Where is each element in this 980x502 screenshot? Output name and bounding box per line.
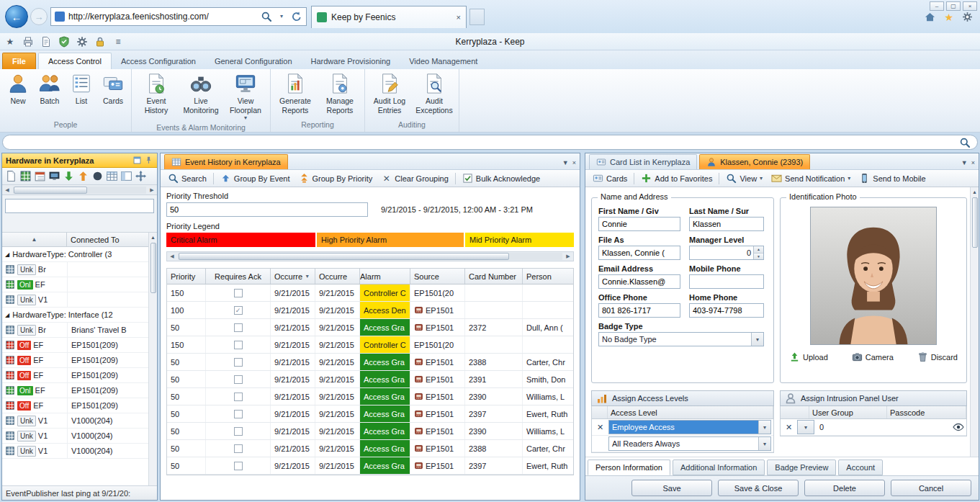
global-search-input[interactable] bbox=[9, 138, 955, 147]
user-group-column-header[interactable]: User Group bbox=[809, 406, 887, 418]
ribbon-button-manage-reports[interactable]: Manage Reports bbox=[318, 71, 362, 115]
tab-event-history[interactable]: Event History in Kerryplaza bbox=[164, 154, 288, 169]
hardware-group-row[interactable]: ◢HardwareType: Controller (3 bbox=[2, 247, 148, 262]
new-tab-button[interactable] bbox=[469, 9, 485, 25]
email-input[interactable] bbox=[598, 274, 680, 289]
minimize-button[interactable]: – bbox=[930, 1, 944, 11]
ribbon-tab-access-configuration[interactable]: Access Configuration bbox=[112, 53, 205, 69]
move-icon[interactable] bbox=[135, 170, 147, 182]
close-icon[interactable]: × bbox=[971, 160, 975, 166]
hardware-row[interactable]: UnkV1V1000(204) bbox=[2, 413, 148, 429]
ack-checkbox[interactable] bbox=[234, 375, 243, 384]
record-icon[interactable] bbox=[91, 170, 104, 182]
first-name-input[interactable] bbox=[598, 217, 680, 231]
ribbon-button-batch[interactable]: Batch bbox=[34, 71, 66, 106]
ack-checkbox[interactable] bbox=[234, 393, 243, 401]
column-header-alarm[interactable]: Alarm bbox=[360, 269, 410, 284]
event-row[interactable]: 509/21/20159/21/2015Access GraEP15012388… bbox=[167, 440, 573, 457]
ack-checkbox[interactable] bbox=[234, 323, 243, 332]
chevron-down-icon[interactable]: ▾ bbox=[758, 437, 770, 450]
eye-icon[interactable] bbox=[953, 421, 964, 433]
event-row[interactable]: 100✓9/21/20159/21/2015Access DenEP1501 bbox=[167, 302, 573, 319]
lock-icon[interactable] bbox=[94, 36, 106, 48]
page-icon[interactable] bbox=[5, 170, 17, 182]
chevron-down-icon[interactable]: ▾ bbox=[798, 421, 814, 434]
chevron-down-icon[interactable]: ▾ bbox=[751, 333, 763, 346]
spin-down-icon[interactable]: ▼ bbox=[754, 254, 763, 260]
hardware-row[interactable]: UnkBrBrians' Travel B bbox=[2, 323, 148, 338]
tools-icon[interactable] bbox=[76, 36, 88, 48]
event-row[interactable]: 1509/21/20159/21/2015Controller CEP1501(… bbox=[167, 336, 573, 354]
chevron-down-icon[interactable]: ▾ bbox=[758, 421, 770, 434]
expander-icon[interactable]: ◢ bbox=[5, 312, 9, 318]
delete-button[interactable]: Delete bbox=[804, 480, 885, 496]
tab-klassen-connie-2393[interactable]: Klassen, Connie (2393) bbox=[699, 154, 810, 169]
restore-button[interactable]: ▢ bbox=[946, 1, 961, 11]
arrow-up-icon[interactable] bbox=[77, 170, 89, 182]
scroll-up-icon[interactable]: ▲ bbox=[150, 233, 156, 241]
back-button[interactable]: ← bbox=[5, 5, 28, 28]
ribbon-button-live-monitoring[interactable]: Live Monitoring bbox=[179, 71, 223, 115]
ribbon-button-cards[interactable]: Cards bbox=[97, 71, 129, 106]
expander-icon[interactable]: ◢ bbox=[5, 251, 9, 258]
ribbon-button-list[interactable]: List bbox=[66, 71, 97, 106]
ack-checkbox[interactable] bbox=[234, 427, 243, 436]
assign-intrusion-header[interactable]: Assign Intrusion Panel User bbox=[780, 390, 967, 406]
tab-person-information[interactable]: Person Information bbox=[588, 460, 670, 475]
close-icon[interactable]: × bbox=[572, 160, 576, 166]
refresh-icon[interactable] bbox=[291, 11, 302, 22]
toolbar-button-send-notification[interactable]: Send Notification▾ bbox=[767, 171, 855, 185]
home-icon[interactable] bbox=[925, 12, 935, 22]
arrow-down-icon[interactable] bbox=[63, 170, 75, 182]
ack-checkbox[interactable] bbox=[234, 410, 243, 418]
cancel-button[interactable]: Cancel bbox=[891, 480, 971, 496]
upload-button[interactable]: Upload bbox=[789, 351, 828, 362]
ack-checkbox[interactable] bbox=[234, 358, 243, 367]
close-tab-icon[interactable]: × bbox=[457, 14, 461, 22]
chevron-down-icon[interactable]: ▼ bbox=[562, 160, 569, 166]
hardware-filter-input[interactable] bbox=[5, 199, 154, 213]
connected-to-header[interactable]: Connected To bbox=[67, 233, 148, 246]
column-header-card-number[interactable]: Card Number bbox=[465, 269, 523, 284]
ack-checkbox[interactable]: ✓ bbox=[234, 306, 243, 315]
toolbar-button-search[interactable]: Search bbox=[163, 171, 211, 185]
ribbon-tab-hardware-provisioning[interactable]: Hardware Provisioning bbox=[302, 53, 400, 69]
event-row[interactable]: 509/21/20159/21/2015Access GraEP15012388… bbox=[167, 354, 573, 371]
chevron-down-icon[interactable]: ▼ bbox=[961, 160, 968, 166]
toolbar-button-cards[interactable]: Cards bbox=[588, 171, 631, 185]
column-header-source[interactable]: Source bbox=[410, 269, 465, 284]
manager-level-stepper[interactable]: 0 ▲▼ bbox=[689, 246, 764, 260]
access-level-select[interactable]: All Readers Always▾ bbox=[608, 436, 771, 451]
event-row[interactable]: 509/21/20159/21/2015Access GraEP15012372… bbox=[167, 319, 573, 336]
hardware-row[interactable]: UnkBr bbox=[2, 262, 148, 277]
ribbon-button-view-floorplan[interactable]: View Floorplan▾ bbox=[223, 71, 268, 122]
toolbar-button-group-by-priority[interactable]: Group By Priority bbox=[295, 171, 377, 185]
sort-header[interactable]: ▲ bbox=[2, 233, 67, 246]
ribbon-button-generate-reports[interactable]: Generate Reports bbox=[273, 71, 318, 115]
home-phone-input[interactable] bbox=[689, 303, 764, 318]
menu-icon[interactable]: ≡ bbox=[112, 36, 124, 48]
favorites-star-icon[interactable]: ★ bbox=[944, 12, 953, 22]
column-header-requires-ack[interactable]: Requires Ack bbox=[206, 269, 271, 284]
layout-icon[interactable] bbox=[120, 170, 132, 182]
access-level-row[interactable]: ✕Employee Access▾ bbox=[592, 419, 773, 436]
ribbon-tab-file[interactable]: File bbox=[2, 53, 36, 69]
hardware-row[interactable]: OffEFEP1501(209) bbox=[2, 368, 148, 383]
user-group-select[interactable]: ▾ bbox=[797, 420, 814, 434]
search-icon[interactable] bbox=[261, 11, 272, 22]
toolbar-button-clear-grouping[interactable]: ✕Clear Grouping bbox=[377, 171, 453, 185]
ack-checkbox[interactable] bbox=[234, 462, 243, 470]
horizontal-scrollbar[interactable]: ◀ ▶ bbox=[166, 251, 574, 261]
office-phone-input[interactable] bbox=[598, 303, 680, 318]
access-level-select[interactable]: Employee Access▾ bbox=[608, 420, 771, 434]
remove-icon[interactable]: ✕ bbox=[783, 421, 795, 434]
save-close-button[interactable]: Save & Close bbox=[718, 480, 799, 496]
camera-button[interactable]: Camera bbox=[852, 351, 894, 362]
access-level-row[interactable]: All Readers Always▾ bbox=[592, 436, 773, 452]
ribbon-button-audit-exceptions[interactable]: Audit Exceptions bbox=[412, 71, 457, 115]
event-row[interactable]: 509/21/20159/21/2015Access GraEP15012391… bbox=[167, 371, 573, 388]
scroll-track[interactable] bbox=[178, 253, 562, 260]
vertical-scrollbar[interactable]: ▲ bbox=[970, 187, 979, 457]
spin-up-icon[interactable]: ▲ bbox=[754, 246, 763, 254]
access-level-column-header[interactable]: Access Level bbox=[608, 406, 773, 418]
